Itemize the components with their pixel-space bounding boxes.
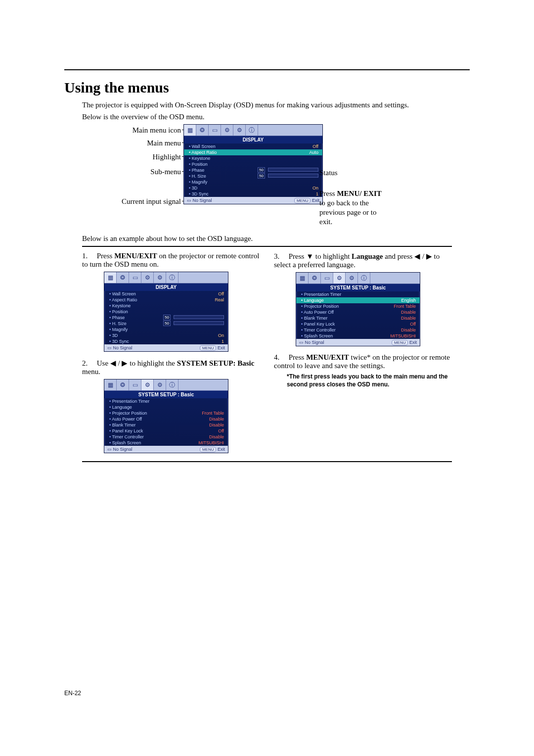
step1-bold: MENU/EXIT (114, 252, 157, 260)
label-main-menu-icon: Main menu icon (133, 126, 181, 135)
step-number: 2. (82, 359, 95, 368)
osd-row[interactable]: Auto Power OffDisable (104, 416, 228, 422)
tab-display-icon[interactable]: ▦ (104, 379, 117, 390)
osd-row-label: Blank Timer (109, 423, 135, 427)
tab-info-icon[interactable]: ⓘ (358, 273, 370, 284)
example-lead: Below is an example about how to set the… (82, 235, 470, 243)
osd-row-value: Off (218, 428, 224, 433)
tab-display-icon[interactable]: ▦ (104, 272, 117, 283)
right-column: 3. Press ▼ to highlight Language and pre… (274, 252, 452, 460)
osd-row[interactable]: H. Size50 (184, 173, 322, 179)
tab-info-icon[interactable]: ⓘ (166, 379, 178, 390)
footer-menu-btn[interactable]: MENU (200, 447, 217, 452)
tab-source-icon[interactable]: ▭ (129, 272, 141, 283)
tab-source-icon[interactable]: ▭ (209, 125, 221, 136)
osd-row[interactable]: Language (104, 404, 228, 410)
osd-row[interactable]: Presentation Timer (296, 291, 420, 297)
osd-row-label: Language (109, 405, 132, 410)
osd-row-value: Auto (309, 150, 318, 155)
footer-menu-btn[interactable]: MENU (392, 340, 408, 345)
osd-step2: ▦ ❂ ▭ ⚙ ⚙ ⓘ SYSTEM SETUP : Basic Present… (104, 379, 228, 453)
tab-picture-icon[interactable]: ❂ (117, 379, 129, 390)
osd-row[interactable]: Keystone (104, 303, 228, 309)
osd-row[interactable]: Timer ControllerDisable (104, 434, 228, 440)
osd-row[interactable]: Panel Key LockOff (104, 428, 228, 434)
osd-row[interactable]: Auto Power OffDisable (296, 309, 420, 315)
osd-row[interactable]: Position (184, 161, 322, 167)
osd-row[interactable]: Keystone (184, 155, 322, 161)
osd-row-value: Disable (401, 316, 416, 321)
osd-row[interactable]: 3DOn (104, 332, 228, 338)
step2-text-post: menu. (82, 368, 100, 376)
tab-setup-basic-icon[interactable]: ⚙ (141, 379, 154, 390)
tab-source-icon[interactable]: ▭ (321, 273, 333, 284)
tab-setup-basic-icon[interactable]: ⚙ (221, 125, 233, 136)
tab-picture-icon[interactable]: ❂ (196, 125, 209, 136)
tab-setup-adv-icon[interactable]: ⚙ (154, 272, 166, 283)
osd-row-value: MITSUBISHI (390, 333, 416, 338)
osd-row[interactable]: Wall ScreenOff (104, 291, 228, 297)
osd-row[interactable]: Aspect RatioReal (104, 297, 228, 303)
osd-row[interactable]: Projector PositionFront Table (104, 410, 228, 416)
osd-rows: Presentation TimerLanguageProjector Posi… (104, 398, 228, 446)
osd-row[interactable]: Phase50 (104, 315, 228, 321)
osd-row[interactable]: Blank TimerDisable (104, 422, 228, 428)
osd-row[interactable]: Phase50 (184, 167, 322, 173)
osd-row[interactable]: Aspect RatioAuto (184, 149, 322, 155)
osd-panel-display: ▦ ❂ ▭ ⚙ ⚙ ⓘ DISPLAY Wall ScreenOffAspect… (183, 124, 323, 204)
osd-row-label: H. Size (189, 174, 206, 179)
footer-menu-btn[interactable]: MENU (200, 345, 217, 351)
osd-row-bar[interactable]: 50 (174, 321, 224, 325)
tab-display-icon[interactable]: ▦ (184, 125, 196, 136)
step1-text-pre: Press (97, 252, 114, 260)
tab-setup-basic-icon[interactable]: ⚙ (141, 272, 154, 283)
osd-row[interactable]: Wall ScreenOff (184, 143, 322, 149)
osd-row[interactable]: Blank TimerDisable (296, 315, 420, 321)
tab-display-icon[interactable]: ▦ (296, 273, 309, 284)
osd-row[interactable]: Timer ControllerDisable (296, 327, 420, 333)
tab-picture-icon[interactable]: ❂ (117, 272, 129, 283)
tab-setup-adv-icon[interactable]: ⚙ (233, 125, 246, 136)
osd-row-label: Timer Controller (109, 434, 144, 439)
osd-row[interactable]: Presentation Timer (104, 398, 228, 404)
osd-row-label: Auto Power Off (301, 310, 334, 315)
osd-row[interactable]: 3DOn (184, 185, 322, 191)
osd-row[interactable]: Magnify (104, 327, 228, 332)
tab-source-icon[interactable]: ▭ (129, 379, 141, 390)
step3-bold: Language (352, 252, 383, 260)
osd-row[interactable]: Projector PositionFront Table (296, 303, 420, 309)
step-number: 1. (82, 252, 95, 260)
osd-row-label: Splash Screen (301, 333, 333, 338)
step2-text-pre: Use ◀ / ▶ to highlight the (97, 359, 177, 367)
step4-bold: MENU/EXIT (306, 353, 349, 361)
osd-row-bar[interactable]: 50 (174, 315, 224, 319)
osd-row-bar[interactable]: 50 (268, 174, 318, 178)
tab-info-icon[interactable]: ⓘ (166, 272, 178, 283)
osd-row[interactable]: 3D Sync1 (104, 338, 228, 344)
osd-row[interactable]: Splash ScreenMITSUBISHI (296, 333, 420, 339)
osd-row-label: Phase (189, 168, 204, 173)
osd-row[interactable]: LanguageEnglish (296, 297, 420, 303)
osd-row-label: Aspect Ratio (189, 150, 217, 155)
tab-setup-adv-icon[interactable]: ⚙ (346, 273, 358, 284)
tab-setup-basic-icon[interactable]: ⚙ (333, 273, 346, 284)
osd-row-label: Wall Screen (189, 144, 216, 149)
intro-text: The projector is equipped with On-Screen… (82, 100, 470, 110)
osd-rows: Wall ScreenOffAspect RatioAutoKeystonePo… (184, 143, 322, 197)
footer-menu-btn[interactable]: MENU (294, 198, 311, 203)
osd-row[interactable]: Panel Key LockOff (296, 321, 420, 327)
osd-row[interactable]: H. Size50 (104, 321, 228, 327)
osd-row[interactable]: Splash ScreenMITSUBISHI (104, 440, 228, 446)
osd-row-value: Disable (209, 423, 224, 427)
osd-row-label: 3D Sync (189, 191, 209, 196)
osd-row[interactable]: Position (104, 309, 228, 315)
osd-row-label: Projector Position (109, 411, 147, 416)
osd-row[interactable]: 3D Sync1 (184, 191, 322, 197)
tab-picture-icon[interactable]: ❂ (309, 273, 321, 284)
osd-row[interactable]: Magnify (184, 179, 322, 185)
tab-setup-adv-icon[interactable]: ⚙ (154, 379, 166, 390)
osd-row-bar[interactable]: 50 (268, 168, 318, 172)
osd-row-value: 1 (316, 191, 318, 196)
osd-row-value: Off (218, 291, 224, 296)
tab-info-icon[interactable]: ⓘ (246, 125, 258, 136)
